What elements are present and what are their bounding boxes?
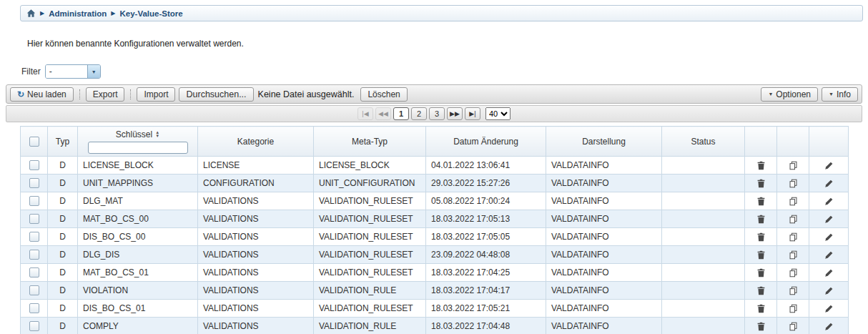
next-page-button[interactable]: ▶▶ (447, 107, 463, 120)
cell-delete (745, 228, 777, 246)
row-checkbox[interactable] (29, 267, 39, 277)
pencil-icon[interactable] (814, 192, 843, 210)
copy-icon[interactable] (782, 210, 804, 227)
row-checkbox[interactable] (29, 178, 39, 188)
select-all-checkbox[interactable] (29, 137, 39, 147)
column-header-schluessel: Schlüssel ▲ ▼ (78, 127, 198, 157)
chevron-down-icon[interactable]: ▼ (87, 65, 100, 78)
column-header-schluessel-label[interactable]: Schlüssel (116, 129, 152, 139)
filter-label: Filter (21, 67, 41, 77)
breadcrumb-item-administration[interactable]: Administration (49, 9, 107, 18)
page-button-1[interactable]: 1 (393, 107, 409, 120)
cell-darstellung: VALDATAINFO (546, 210, 662, 228)
trash-icon[interactable] (750, 318, 771, 334)
table-row: D LICENSE_BLOCK LICENSE LICENSE_BLOCK 04… (21, 157, 849, 175)
reload-button[interactable]: ↻ Neu laden (10, 87, 74, 102)
cell-status (662, 264, 745, 282)
cell-delete (745, 282, 777, 300)
cell-kategorie: VALIDATIONS (198, 300, 314, 318)
export-button[interactable]: Export (86, 87, 125, 102)
pencil-icon[interactable] (814, 175, 843, 192)
import-button[interactable]: Import (137, 87, 175, 102)
sort-icon[interactable]: ▲ ▼ (155, 131, 159, 138)
cell-delete (745, 300, 777, 318)
browse-file-button[interactable]: Durchsuchen... (179, 87, 253, 102)
cell-status (662, 246, 745, 264)
table-header-row: Typ Schlüssel ▲ ▼ Kategorie Meta-Typ Dat… (21, 127, 849, 157)
cell-kategorie: VALIDATIONS (198, 210, 314, 228)
pencil-icon[interactable] (814, 282, 843, 299)
row-checkbox[interactable] (29, 232, 39, 242)
page-button-2[interactable]: 2 (411, 107, 427, 120)
copy-icon[interactable] (782, 264, 804, 281)
previous-page-button[interactable]: ◀◀ (375, 107, 391, 120)
copy-icon[interactable] (782, 157, 804, 174)
pencil-icon[interactable] (814, 228, 843, 245)
select-all-header (21, 127, 48, 157)
cell-meta-typ: VALIDATION_RULESET (314, 300, 426, 318)
pencil-icon[interactable] (814, 246, 843, 263)
row-checkbox[interactable] (29, 303, 39, 313)
page-button-3[interactable]: 3 (429, 107, 445, 120)
trash-icon[interactable] (750, 210, 771, 227)
copy-icon[interactable] (782, 175, 804, 192)
trash-icon[interactable] (750, 300, 771, 317)
schluessel-filter-input[interactable] (88, 142, 188, 154)
pencil-icon[interactable] (814, 264, 843, 281)
cell-edit (809, 192, 849, 210)
trash-icon[interactable] (750, 246, 771, 263)
row-checkbox[interactable] (29, 214, 39, 224)
cell-darstellung: VALDATAINFO (546, 228, 662, 246)
first-page-button[interactable]: |◀ (357, 107, 373, 120)
copy-icon[interactable] (782, 228, 804, 245)
reload-button-label: Neu laden (27, 89, 66, 99)
cell-select (21, 157, 48, 175)
trash-icon[interactable] (750, 157, 771, 174)
cell-edit (809, 175, 849, 192)
pencil-icon[interactable] (814, 157, 843, 174)
filter-selected-value: - (46, 65, 87, 78)
row-checkbox[interactable] (29, 321, 39, 331)
table-row: D COMPLY VALIDATIONS VALIDATION_RULE 18.… (21, 318, 849, 334)
copy-icon[interactable] (782, 246, 804, 263)
trash-icon[interactable] (750, 264, 771, 281)
copy-icon[interactable] (782, 192, 804, 210)
last-page-button[interactable]: ▶| (465, 107, 480, 120)
cell-meta-typ: VALIDATION_RULESET (314, 228, 426, 246)
breadcrumb-item-key-value-store[interactable]: Key-Value-Store (119, 9, 182, 18)
cell-status (662, 228, 745, 246)
cell-status (662, 300, 745, 318)
table-row: D DIS_BO_CS_01 VALIDATIONS VALIDATION_RU… (21, 300, 849, 318)
filter-select[interactable]: - ▼ (45, 64, 101, 79)
cell-schluessel: DLG_MAT (78, 192, 198, 210)
trash-icon[interactable] (750, 228, 771, 245)
cell-kategorie: VALIDATIONS (198, 282, 314, 300)
cell-datum-aenderung: 18.03.2022 17:04:17 (426, 282, 546, 300)
copy-icon[interactable] (782, 300, 804, 317)
row-checkbox[interactable] (29, 196, 39, 206)
cell-typ: D (48, 300, 78, 318)
pencil-icon[interactable] (814, 300, 843, 317)
cell-schluessel: DLG_DIS (78, 246, 198, 264)
trash-icon[interactable] (750, 175, 771, 192)
pencil-icon[interactable] (814, 318, 843, 334)
toolbar: ↻ Neu laden Export Import Durchsuchen...… (6, 84, 862, 104)
delete-button[interactable]: Löschen (360, 87, 407, 102)
copy-icon[interactable] (782, 282, 804, 299)
trash-icon[interactable] (750, 282, 771, 299)
cell-meta-typ: VALIDATION_RULESET (314, 210, 426, 228)
info-menu-button[interactable]: ▼ Info (822, 87, 858, 102)
row-checkbox[interactable] (29, 250, 39, 260)
copy-icon[interactable] (782, 318, 804, 334)
cell-copy (777, 282, 809, 300)
trash-icon[interactable] (750, 192, 771, 210)
page-size-select[interactable]: 40 (485, 107, 511, 120)
pencil-icon[interactable] (814, 210, 843, 227)
row-checkbox[interactable] (29, 160, 39, 170)
home-icon[interactable] (26, 9, 36, 18)
row-checkbox[interactable] (29, 285, 39, 295)
options-menu-button[interactable]: ▼ Optionen (761, 87, 818, 102)
cell-meta-typ: VALIDATION_RULESET (314, 264, 426, 282)
cell-edit (809, 318, 849, 334)
cell-copy (777, 228, 809, 246)
